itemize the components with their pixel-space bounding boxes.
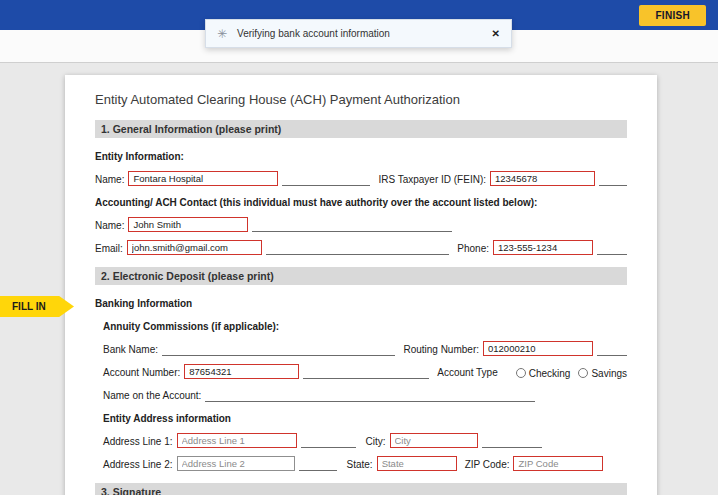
account-number-label: Account Number: <box>103 367 180 379</box>
entity-address-heading: Entity Address information <box>103 413 231 425</box>
address2-input[interactable] <box>177 456 295 471</box>
zip-label: ZIP Code: <box>465 459 510 471</box>
fill-in-tab[interactable]: FILL IN <box>0 296 74 317</box>
entity-name-label: Name: <box>95 174 124 186</box>
annuity-heading: Annuity Commissions (if applicable): <box>103 321 279 333</box>
blank-line <box>303 366 429 379</box>
banking-info-heading: Banking Information <box>95 298 192 310</box>
document-page: Entity Automated Clearing House (ACH) Pa… <box>65 75 657 495</box>
verification-toast: ✳ Verifying bank account information ✕ <box>205 19 512 48</box>
address2-label: Address Line 2: <box>103 459 173 471</box>
routing-label: Routing Number: <box>403 344 479 356</box>
fein-label: IRS Taxpayer ID (FEIN): <box>378 174 486 186</box>
routing-input[interactable] <box>483 341 593 356</box>
blank-line <box>282 173 370 186</box>
finish-button[interactable]: FINISH <box>639 5 706 26</box>
phone-input[interactable] <box>493 240 593 255</box>
fill-in-label: FILL IN <box>12 301 46 312</box>
blank-line <box>266 242 450 255</box>
blank-line <box>299 458 337 471</box>
blank-line <box>301 435 356 448</box>
savings-label: Savings <box>591 368 627 379</box>
name-on-account-label: Name on the Account: <box>103 390 201 402</box>
blank-line <box>162 343 395 356</box>
page-title: Entity Automated Clearing House (ACH) Pa… <box>95 92 627 107</box>
checking-label: Checking <box>529 368 571 379</box>
email-label: Email: <box>95 243 123 255</box>
checking-radio[interactable] <box>516 368 526 378</box>
bank-name-label: Bank Name: <box>103 344 158 356</box>
account-type-group: Checking Savings <box>508 368 627 379</box>
blank-line <box>597 242 627 255</box>
blank-line <box>252 219 452 232</box>
phone-label: Phone: <box>457 243 489 255</box>
state-input[interactable] <box>377 456 457 471</box>
close-icon[interactable]: ✕ <box>492 28 500 39</box>
contact-name-label: Name: <box>95 220 124 232</box>
email-input[interactable] <box>127 240 262 255</box>
spinner-icon: ✳ <box>217 28 227 40</box>
blank-line <box>599 173 627 186</box>
account-number-input[interactable] <box>184 364 299 379</box>
blank-line <box>205 389 535 402</box>
savings-radio[interactable] <box>578 368 588 378</box>
zip-input[interactable] <box>513 456 603 471</box>
account-type-label: Account Type <box>437 367 497 379</box>
fein-input[interactable] <box>490 171 595 186</box>
section-3-header: 3. Signature <box>95 483 627 495</box>
contact-heading: Accounting/ ACH Contact (this individual… <box>95 197 537 209</box>
state-label: State: <box>347 459 373 471</box>
address1-label: Address Line 1: <box>103 436 173 448</box>
contact-name-input[interactable] <box>128 217 248 232</box>
entity-info-label: Entity Information: <box>95 151 184 163</box>
city-input[interactable] <box>390 433 478 448</box>
section-2-header: 2. Electronic Deposit (please print) <box>95 267 627 285</box>
section-1-header: 1. General Information (please print) <box>95 120 627 138</box>
entity-name-input[interactable] <box>128 171 278 186</box>
blank-line <box>482 435 542 448</box>
toast-message: Verifying bank account information <box>237 28 492 39</box>
address1-input[interactable] <box>177 433 297 448</box>
blank-line <box>597 343 627 356</box>
city-label: City: <box>366 436 386 448</box>
